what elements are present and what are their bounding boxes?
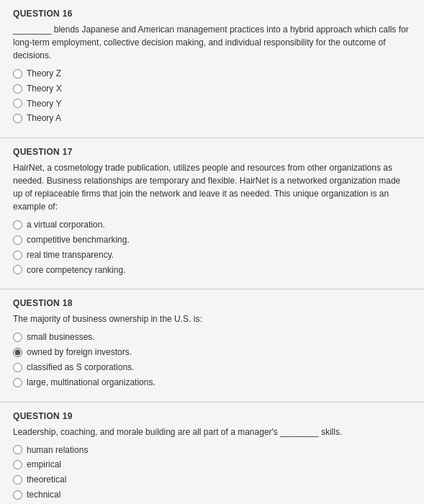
option-item-q18a[interactable]: small businesses. (13, 331, 411, 343)
radio-q19b[interactable] (13, 460, 22, 469)
option-label-q19d: technical (27, 489, 60, 501)
option-label-q19a: human relations (27, 444, 88, 456)
options-list-16: Theory ZTheory XTheory YTheory A (13, 68, 411, 125)
options-list-18: small businesses.owned by foreign invest… (13, 331, 411, 388)
question-label-19: QUESTION 19 (13, 411, 411, 421)
radio-q16c[interactable] (13, 99, 22, 108)
question-label-18: QUESTION 18 (13, 298, 411, 308)
option-label-q17a: a virtual corporation. (27, 219, 105, 231)
option-label-q17b: competitive benchmarking. (27, 234, 130, 246)
option-item-q16d[interactable]: Theory A (13, 112, 411, 125)
option-label-q16b: Theory X (27, 83, 62, 95)
radio-q19c[interactable] (13, 475, 22, 485)
radio-q16b[interactable] (13, 84, 22, 94)
option-item-q17d[interactable]: core competency ranking. (13, 264, 411, 276)
option-item-q17b[interactable]: competitive benchmarking. (13, 234, 411, 246)
option-item-q17c[interactable]: real time transparency. (13, 249, 411, 261)
option-label-q19b: empirical (27, 459, 61, 471)
option-label-q18b: owned by foreign investors. (27, 346, 132, 359)
radio-q17d[interactable] (13, 265, 22, 274)
radio-q17a[interactable] (13, 220, 22, 230)
question-block-18: QUESTION 18The majority of business owne… (0, 289, 424, 402)
option-label-q18c: classified as S corporations. (27, 361, 134, 374)
option-label-q16d: Theory A (27, 112, 61, 125)
option-label-q17d: core competency ranking. (27, 264, 125, 276)
option-item-q18d[interactable]: large, multinational organizations. (13, 377, 411, 389)
options-list-19: human relationsempiricaltheoreticaltechn… (13, 444, 411, 501)
radio-q16a[interactable] (13, 69, 22, 78)
options-list-17: a virtual corporation.competitive benchm… (13, 219, 411, 276)
radio-q18c[interactable] (13, 363, 22, 372)
option-item-q19d[interactable]: technical (13, 489, 411, 501)
question-label-17: QUESTION 17 (13, 147, 411, 157)
option-label-q19c: theoretical (27, 474, 66, 486)
option-item-q16b[interactable]: Theory X (13, 83, 411, 95)
option-label-q18d: large, multinational organizations. (27, 377, 155, 389)
option-item-q16c[interactable]: Theory Y (13, 98, 411, 110)
option-label-q16a: Theory Z (27, 68, 61, 80)
question-text-16: ________ blends Japanese and American ma… (13, 23, 411, 62)
radio-q17b[interactable] (13, 235, 22, 245)
option-item-q19a[interactable]: human relations (13, 444, 411, 456)
radio-q16d[interactable] (13, 114, 22, 123)
question-text-19: Leadership, coaching, and morale buildin… (13, 426, 411, 438)
option-item-q16a[interactable]: Theory Z (13, 68, 411, 80)
question-block-19: QUESTION 19Leadership, coaching, and mor… (0, 402, 424, 504)
option-item-q19c[interactable]: theoretical (13, 474, 411, 486)
radio-q18b[interactable] (13, 348, 22, 357)
option-item-q18b[interactable]: owned by foreign investors. (13, 346, 411, 359)
option-label-q18a: small businesses. (27, 331, 95, 343)
question-text-18: The majority of business ownership in th… (13, 312, 411, 325)
radio-q18a[interactable] (13, 333, 22, 342)
radio-q18d[interactable] (13, 378, 22, 387)
option-item-q18c[interactable]: classified as S corporations. (13, 361, 411, 374)
question-block-16: QUESTION 16________ blends Japanese and … (0, 0, 424, 138)
radio-q17c[interactable] (13, 251, 22, 260)
option-label-q17c: real time transparency. (27, 249, 114, 261)
question-label-16: QUESTION 16 (13, 9, 411, 19)
option-label-q16c: Theory Y (27, 98, 61, 110)
radio-q19d[interactable] (13, 490, 22, 500)
page: QUESTION 16________ blends Japanese and … (0, 0, 424, 504)
option-item-q17a[interactable]: a virtual corporation. (13, 219, 411, 231)
option-item-q19b[interactable]: empirical (13, 459, 411, 471)
question-block-17: QUESTION 17HairNet, a cosmetology trade … (0, 138, 424, 289)
question-text-17: HairNet, a cosmetology trade publication… (13, 161, 411, 213)
radio-q19a[interactable] (13, 445, 22, 454)
